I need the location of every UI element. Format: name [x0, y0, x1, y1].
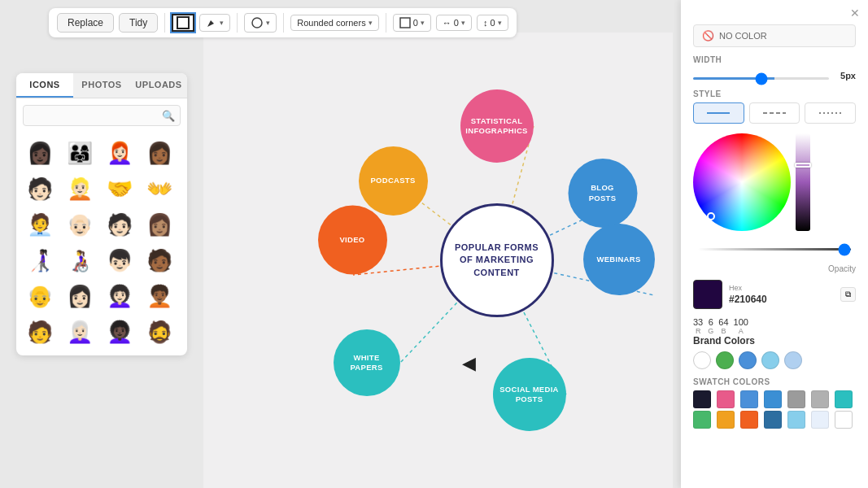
swatch-color-cell[interactable] — [693, 411, 711, 429]
opacity-slider[interactable] — [698, 248, 851, 251]
swatch-color-cell[interactable] — [717, 411, 735, 429]
opacity-row — [693, 239, 856, 254]
tidy-button[interactable]: Tidy — [119, 13, 158, 33]
swatch-color-cell[interactable] — [740, 390, 758, 408]
swatch-color-cell[interactable] — [835, 390, 853, 408]
rgba-g: 6 G — [708, 317, 713, 335]
icon-cell[interactable]: 👩🏿‍🦱 — [103, 315, 137, 349]
icon-cell[interactable]: 👴 — [23, 279, 57, 313]
close-button[interactable]: ✕ — [850, 7, 860, 20]
copy-hex-button[interactable]: ⧉ — [840, 287, 856, 302]
swatch-label: SWATCH COLORS — [693, 377, 856, 386]
vspace-val: 0 — [490, 18, 495, 28]
swatch-color-cell[interactable] — [811, 411, 829, 429]
brand-color-swatch[interactable] — [716, 351, 734, 369]
search-input[interactable] — [23, 105, 181, 126]
icon-cell[interactable]: 👩🏿‍🦯 — [23, 243, 57, 277]
node-social[interactable]: SOCIAL MEDIAPOSTS — [493, 358, 566, 431]
icon-cell[interactable]: 🧑 — [23, 315, 57, 349]
swatch-color-cell[interactable] — [835, 411, 853, 429]
icon-grid: 👩🏿👨‍👩‍👧👩🏻‍🦰👩🏾🧑🏻👱🏻🤝👐🧑‍💼👴🏻🧑🏻👩🏽👩🏿‍🦯👩‍🦽👦🏻🧑🏾👴… — [16, 133, 187, 355]
style-dashed[interactable] — [749, 102, 800, 124]
brand-color-swatch[interactable] — [693, 351, 711, 369]
color-wheel-wrapper — [693, 133, 791, 231]
chevron-down-icon: ▾ — [421, 19, 425, 27]
pen-tool-dropdown[interactable]: ▾ — [199, 14, 230, 32]
color-wheel-cursor — [707, 212, 715, 220]
a-value: 100 — [734, 317, 748, 327]
icon-cell[interactable]: 👱🏻 — [63, 172, 97, 206]
icon-cell[interactable]: 🧑🏾‍🦱 — [142, 279, 177, 313]
hspace-dropdown[interactable]: ↔ 0 ▾ — [436, 15, 472, 31]
node-blog[interactable]: BLOGPOSTS — [568, 159, 637, 228]
tab-icons[interactable]: ICONS — [16, 73, 73, 98]
spectrum-cursor — [795, 163, 811, 168]
icon-cell[interactable]: 👐 — [142, 172, 177, 206]
shape-rect-selector[interactable] — [172, 14, 194, 32]
chevron-down-icon: ▾ — [461, 19, 465, 27]
width-val: 0 — [413, 18, 418, 28]
panel-tabs: ICONS PHOTOS UPLOADS — [16, 73, 187, 98]
tab-photos[interactable]: PHOTOS — [73, 73, 130, 98]
icon-cell[interactable]: 🧑‍💼 — [23, 207, 57, 242]
no-color-bar[interactable]: 🚫 NO COLOR — [693, 24, 856, 47]
icon-cell[interactable]: 🧑🏾 — [142, 243, 177, 277]
icon-cell[interactable]: 👦🏻 — [103, 243, 137, 277]
style-solid[interactable] — [693, 102, 744, 124]
brand-colors-row — [693, 351, 856, 369]
node-social-text: SOCIAL MEDIAPOSTS — [499, 385, 559, 405]
swatch-color-cell[interactable] — [740, 411, 758, 429]
brand-color-swatch[interactable] — [739, 351, 757, 369]
divider-2 — [237, 13, 238, 33]
swatch-color-cell[interactable] — [764, 390, 782, 408]
node-white-papers[interactable]: WHITEPAPERS — [334, 329, 400, 396]
width-slider[interactable] — [693, 77, 829, 80]
icon-cell[interactable]: 🧔 — [142, 315, 177, 349]
icon-cell[interactable]: 👩🏻 — [63, 279, 97, 313]
center-node[interactable]: POPULAR FORMSOF MARKETINGCONTENT — [440, 203, 554, 317]
rounded-corners-dropdown[interactable]: Rounded corners ▾ — [290, 15, 378, 31]
swatch-color-cell[interactable] — [717, 390, 735, 408]
icon-cell[interactable]: 👩🏻‍🦱 — [103, 279, 137, 313]
style-dotted[interactable] — [805, 102, 856, 124]
icon-cell[interactable]: 🧑🏻 — [103, 207, 137, 242]
node-statistical[interactable]: STATISTICALINFOGRAPHICS — [460, 89, 534, 163]
rgba-a: 100 A — [734, 317, 748, 335]
icon-cell[interactable]: 🤝 — [103, 172, 137, 206]
tab-uploads[interactable]: UPLOADS — [130, 73, 187, 98]
node-video[interactable]: VIDEO — [318, 206, 387, 275]
pen-icon — [206, 17, 217, 28]
search-icon: 🔍 — [162, 110, 175, 122]
shape-circle-dropdown[interactable]: ▾ — [244, 13, 277, 33]
icon-cell[interactable]: 👩🏿 — [23, 136, 57, 170]
icon-cell[interactable]: 👴🏻 — [63, 207, 97, 242]
chevron-down-icon: ▾ — [266, 19, 270, 27]
replace-button[interactable]: Replace — [57, 13, 114, 33]
icon-cell[interactable]: 👩🏽 — [142, 207, 177, 242]
canvas[interactable]: POPULAR FORMSOF MARKETINGCONTENT STATIST… — [203, 33, 673, 488]
color-spectrum[interactable] — [796, 133, 810, 231]
icon-cell[interactable]: 🧑🏻 — [23, 172, 57, 206]
color-swatch-large[interactable] — [693, 280, 722, 309]
svg-point-1 — [252, 18, 262, 28]
node-blog-text: BLOGPOSTS — [589, 183, 617, 203]
icon-cell[interactable]: 👩🏻‍🦰 — [103, 136, 137, 170]
swatch-color-cell[interactable] — [764, 411, 782, 429]
rect-style-dropdown[interactable]: 0 ▾ — [393, 14, 431, 32]
node-podcasts[interactable]: PODCASTS — [359, 146, 428, 216]
icon-cell[interactable]: 👩🏾 — [142, 136, 177, 170]
swatch-color-cell[interactable] — [787, 411, 805, 429]
swatch-color-cell[interactable] — [811, 390, 829, 408]
style-row — [693, 102, 856, 124]
brand-color-swatch[interactable] — [784, 351, 802, 369]
icon-cell[interactable]: 👩‍🦽 — [63, 243, 97, 277]
icon-cell[interactable]: 👨‍👩‍👧 — [63, 136, 97, 170]
vspace-dropdown[interactable]: ↕ 0 ▾ — [477, 15, 508, 31]
node-webinars[interactable]: WEBINARS — [583, 224, 655, 295]
swatch-color-cell[interactable] — [693, 390, 711, 408]
divider-4 — [386, 13, 386, 33]
rect-outline-icon — [399, 17, 411, 28]
brand-color-swatch[interactable] — [761, 351, 779, 369]
swatch-color-cell[interactable] — [787, 390, 805, 408]
icon-cell[interactable]: 👩🏻‍🦳 — [63, 315, 97, 349]
